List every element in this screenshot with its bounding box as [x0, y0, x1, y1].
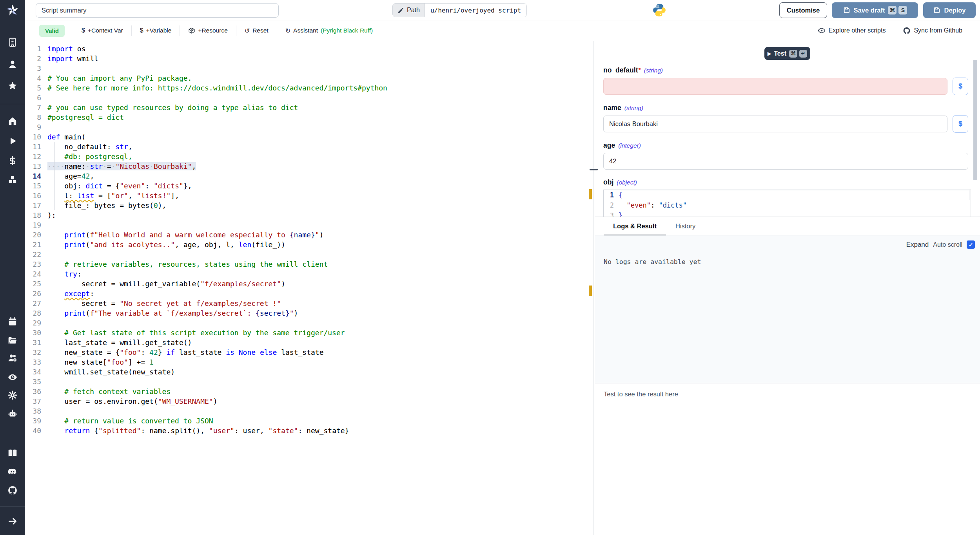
- explore-other-scripts-button[interactable]: Explore other scripts: [818, 27, 886, 34]
- field-input-no_default[interactable]: [603, 78, 947, 95]
- code-line: 4# You can import any PyPi package.: [25, 73, 593, 83]
- code-line: 39 # return value is converted to JSON: [25, 416, 593, 426]
- line-number: 20: [25, 230, 41, 240]
- kbd-chip: ⌘: [789, 50, 797, 58]
- result-area: Test to see the result here: [595, 383, 980, 535]
- sidebar-item-user-icon[interactable]: [7, 59, 18, 69]
- reset-button[interactable]: ↺ Reset: [245, 27, 269, 34]
- field-row-age: [603, 153, 968, 170]
- field-label-obj: obj(object): [603, 178, 968, 188]
- windmill-logo-icon[interactable]: [5, 3, 20, 18]
- logs-body: Expand Auto scroll ✓ No logs are availab…: [595, 235, 980, 383]
- field-input-name[interactable]: [603, 116, 947, 132]
- code-line: 14 age=42,: [25, 171, 593, 181]
- field-name: age: [603, 141, 615, 150]
- code-line: 38: [25, 406, 593, 416]
- add-variable-button[interactable]: $ +Variable: [140, 27, 172, 34]
- deploy-button[interactable]: Deploy: [923, 2, 976, 18]
- line-number: 2: [25, 54, 41, 63]
- save-draft-button[interactable]: Save draft ⌘S: [832, 2, 918, 18]
- code-line: 1import os: [25, 44, 593, 54]
- line-number: 19: [25, 220, 41, 230]
- path-label-segment: Path: [393, 4, 425, 17]
- json-line: 3}: [604, 210, 971, 217]
- sidebar-item-gear-icon[interactable]: [7, 390, 18, 400]
- code-line: 9: [25, 122, 593, 132]
- assistant-button[interactable]: ↻ Assistant (Pyright Black Ruff): [285, 27, 373, 34]
- path-value: u/henri/overjoyed_script: [425, 4, 526, 17]
- insert-variable-button[interactable]: $: [953, 115, 968, 133]
- sidebar-item-dollar-icon[interactable]: [7, 155, 18, 166]
- json-line-number: 3: [604, 210, 614, 217]
- code-line: 40 return {"splitted": name.split(), "us…: [25, 426, 593, 436]
- field-name: obj: [603, 178, 613, 186]
- sidebar-item-eye-clock-icon[interactable]: [7, 372, 18, 382]
- tab-logs-result[interactable]: Logs & Result: [604, 217, 666, 235]
- sync-from-github-button[interactable]: Sync from Github: [903, 27, 962, 34]
- toolbar-separator: [236, 25, 236, 36]
- sidebar-item-building-icon[interactable]: [7, 37, 18, 47]
- add-resource-button[interactable]: +Resource: [188, 27, 227, 34]
- lint-status-badge: Valid: [39, 25, 65, 37]
- sidebar-item-calendar-icon[interactable]: [7, 316, 18, 327]
- field-name: name: [603, 104, 621, 112]
- sidebar-item-robot-icon[interactable]: [7, 408, 18, 419]
- indent-guide: [54, 142, 55, 210]
- code-line: 6: [25, 93, 593, 103]
- sidebar-item-user-gear-icon[interactable]: [7, 353, 18, 363]
- json-editor-obj[interactable]: 1{2 "even": "dicts"3}: [603, 190, 971, 217]
- line-number: 22: [25, 249, 41, 259]
- customise-label: Customise: [787, 7, 820, 14]
- toolbar-separator: [73, 25, 73, 36]
- selection-highlight: ····name:·str·=·"Nicolas·Bourbaki",: [47, 162, 196, 170]
- sidebar-item-home-icon[interactable]: [7, 116, 18, 126]
- code-line: 17 file_: bytes = bytes(0),: [25, 201, 593, 210]
- code-line: 30 # Get last state of this script execu…: [25, 328, 593, 338]
- sidebar-item-arrow-right-icon[interactable]: [7, 516, 18, 526]
- field-label-no_default: no_default*(string): [603, 66, 968, 76]
- line-number: 8: [25, 112, 41, 122]
- sidebar-item-play-icon[interactable]: [7, 136, 18, 146]
- code-line: 33 new_state["foo"] += 1: [25, 357, 593, 367]
- field-input-age[interactable]: [603, 153, 968, 170]
- line-number: 23: [25, 259, 41, 269]
- field-label-age: age(integer): [603, 141, 968, 152]
- sidebar-item-star-icon[interactable]: [7, 81, 18, 91]
- vertical-splitter: [593, 41, 594, 535]
- assistant-label: Assistant: [293, 27, 318, 34]
- add-context-var-button[interactable]: $ +Context Var: [82, 27, 123, 34]
- insert-variable-button[interactable]: $: [953, 78, 968, 95]
- path-badge[interactable]: Path u/henri/overjoyed_script: [392, 3, 527, 17]
- line-number: 25: [25, 279, 41, 289]
- line-number: 26: [25, 289, 41, 298]
- code-line: 23 # retrieve variables, resources, stat…: [25, 259, 593, 269]
- sidebar-item-folder-icon[interactable]: [7, 335, 18, 345]
- splitter-drag-handle[interactable]: [590, 169, 598, 170]
- line-number: 35: [25, 377, 41, 387]
- field-type: (object): [617, 179, 637, 186]
- line-number: 4: [25, 73, 41, 83]
- play-icon: ▶: [768, 51, 771, 56]
- toolbar-separator: [277, 25, 277, 36]
- auto-scroll-checkbox[interactable]: ✓: [967, 240, 975, 249]
- test-shortcut: ⌘↵: [789, 50, 807, 58]
- save-icon: [843, 6, 851, 14]
- deploy-label: Deploy: [944, 7, 965, 14]
- script-summary-input[interactable]: [36, 3, 279, 18]
- code-line: 11 no_default: str,: [25, 142, 593, 152]
- test-button[interactable]: ▶ Test ⌘↵: [764, 47, 810, 60]
- json-line: 2 "even": "dicts": [604, 200, 971, 210]
- sidebar-item-boxes-icon[interactable]: [7, 175, 18, 185]
- field-label-name: name(string): [603, 104, 968, 114]
- sidebar-item-github-icon[interactable]: [7, 485, 18, 495]
- sidebar-item-book-icon[interactable]: [7, 448, 18, 458]
- code-editor[interactable]: 1import os2import wmill34# You can impor…: [25, 41, 593, 535]
- expand-button[interactable]: Expand: [906, 241, 929, 249]
- form-scrollbar-thumb[interactable]: [973, 60, 977, 180]
- tab-history[interactable]: History: [666, 217, 705, 235]
- customise-button[interactable]: Customise: [779, 2, 827, 18]
- sidebar-item-discord-icon[interactable]: [7, 467, 18, 477]
- add-context-var-label: +Context Var: [88, 27, 123, 34]
- json-line-number: 1: [604, 190, 614, 200]
- line-number: 18: [25, 210, 41, 220]
